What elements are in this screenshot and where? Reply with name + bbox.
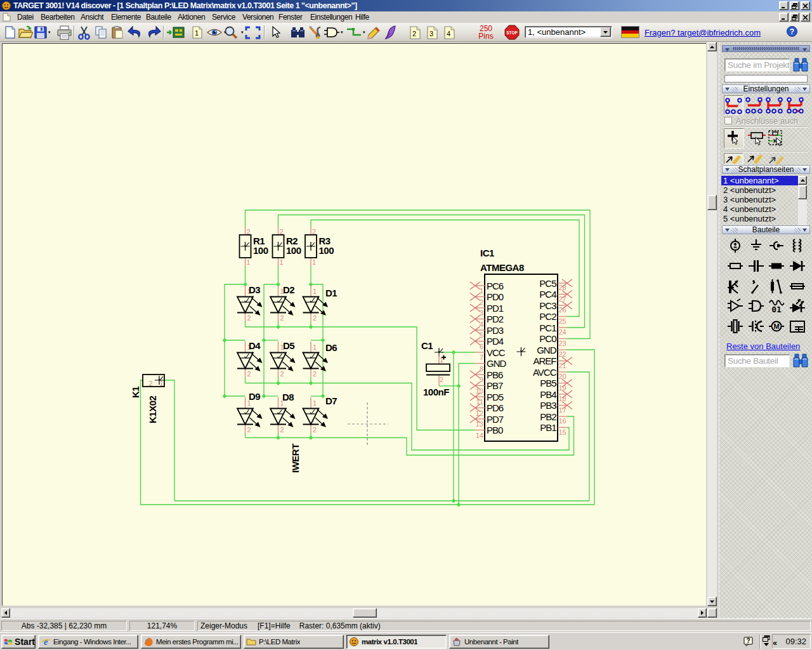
connector-plug-part-button[interactable]: [768, 237, 785, 254]
wire-mode-z-button[interactable]: [745, 95, 764, 115]
redo-button[interactable]: [145, 24, 162, 41]
led-d6[interactable]: 12D6: [303, 342, 337, 378]
resistor-part-button[interactable]: [727, 258, 743, 274]
menu-datei[interactable]: Datei: [17, 13, 34, 22]
pages-scroll-up[interactable]: [798, 176, 807, 185]
stop-button[interactable]: STOP: [504, 24, 520, 41]
pages-list-scrollbar[interactable]: [798, 176, 807, 226]
page-list-item[interactable]: 4 <unbenutzt>: [721, 204, 798, 214]
mdi-close-button[interactable]: [801, 13, 810, 22]
mdi-minimize-button[interactable]: [779, 13, 789, 22]
logic-gate-button[interactable]: ▾: [324, 24, 343, 41]
page-tab-2[interactable]: 2: [409, 24, 421, 41]
select-area-button[interactable]: K: [768, 129, 785, 147]
page-tab-3[interactable]: 3: [426, 24, 438, 41]
german-flag-icon[interactable]: [621, 26, 639, 38]
select-part-button[interactable]: [748, 129, 766, 147]
panel-collapse-arrow[interactable]: [724, 228, 730, 232]
task-eingang-windows-inter-[interactable]: eEingang - Windows Inter...: [38, 635, 138, 649]
undo-button[interactable]: [127, 24, 144, 41]
resistor-r1[interactable]: 21R1100: [240, 227, 268, 266]
support-mail-link[interactable]: Fragen? target@ibfriedrich.com: [645, 28, 761, 37]
wire[interactable]: [164, 380, 174, 501]
logic-gate-dropdown-arrow[interactable]: ▾: [341, 30, 343, 35]
resistor-r3[interactable]: 21R3100: [305, 227, 334, 266]
led-d3[interactable]: 12D3: [237, 284, 263, 322]
menu-ansicht[interactable]: Ansicht: [81, 13, 103, 22]
display-part-button[interactable]: [789, 318, 806, 335]
anschluesse-checkbox[interactable]: [724, 117, 732, 124]
led-d9[interactable]: 12D9: [237, 391, 263, 434]
diode-part-button[interactable]: [789, 258, 806, 274]
print-button[interactable]: [56, 24, 72, 41]
relay-coil-part-button[interactable]: [748, 318, 764, 335]
to-pcb-button[interactable]: [166, 24, 185, 41]
pencil-button[interactable]: [366, 24, 381, 41]
led-d5[interactable]: 12D5: [270, 340, 296, 378]
capacitor-part-button[interactable]: [748, 258, 764, 274]
led-d2[interactable]: 12D2: [270, 284, 296, 322]
horizontal-scrollbar[interactable]: [1, 608, 707, 618]
electrolytic-capacitor-part-button[interactable]: [768, 278, 785, 295]
wire-mode-corner-button[interactable]: [724, 95, 743, 115]
panel-collapse-arrow[interactable]: [802, 168, 808, 172]
panel-collapse-arrow[interactable]: [802, 87, 808, 91]
scroll-left-button[interactable]: [1, 608, 10, 618]
page-list-item[interactable]: 1 <unbenannt>: [721, 176, 798, 185]
page-list-item[interactable]: 2 <unbenutzt>: [721, 185, 798, 195]
led-d7[interactable]: 12D7: [303, 395, 337, 434]
vertical-scrollbar[interactable]: [707, 42, 717, 606]
menu-fenster[interactable]: Fenster: [278, 13, 303, 22]
new-document-button[interactable]: [3, 24, 17, 41]
task-p-led-matrix[interactable]: P:\LED Matrix: [244, 635, 344, 649]
smd-resistor-part-button[interactable]: [768, 258, 785, 274]
tools-button[interactable]: [307, 24, 323, 41]
cut-button[interactable]: [77, 24, 91, 41]
menu-einstellungen[interactable]: Einstellungen: [310, 13, 352, 22]
vscroll-thumb[interactable]: [707, 195, 717, 210]
task-mein-erstes-programm-mi-[interactable]: Mein erstes Programm mi...: [141, 635, 241, 649]
help-tray-icon[interactable]: ?: [743, 637, 754, 647]
amplifier-part-button[interactable]: [727, 298, 743, 314]
wire-mode-double-button[interactable]: [786, 95, 806, 115]
fit-screen-button[interactable]: [244, 24, 261, 41]
connector-k1[interactable]: 21K1K1X02: [130, 375, 164, 423]
menu-versionen[interactable]: Versionen: [242, 13, 273, 22]
menu-service[interactable]: Service: [212, 13, 235, 22]
combo-dropdown-arrow[interactable]: [600, 27, 611, 37]
page-list-item[interactable]: 3 <unbenutzt>: [721, 195, 798, 204]
led-part-button[interactable]: [789, 298, 806, 314]
scroll-down-button[interactable]: [707, 597, 717, 606]
draw-line3-button[interactable]: [768, 154, 785, 164]
voltage-source-part-button[interactable]: [727, 237, 743, 254]
task-unbenannt-paint[interactable]: Unbenannt - Paint: [449, 635, 549, 649]
minimize-button[interactable]: [779, 1, 789, 10]
menu-bearbeiten[interactable]: Bearbeiten: [41, 13, 75, 22]
wire-draw-dropdown-arrow[interactable]: ▾: [363, 30, 365, 35]
scroll-right-button[interactable]: [698, 608, 707, 618]
wire[interactable]: [141, 380, 143, 505]
led-d1[interactable]: 12D1: [303, 286, 337, 322]
panel-collapse-arrow[interactable]: [802, 48, 808, 52]
logic-gate-part-button[interactable]: [748, 298, 764, 314]
page-select-combo[interactable]: 1, <unbenannt>: [525, 26, 612, 38]
task-matrix-v1-0-t3001[interactable]: matrix v1.0.T3001: [346, 635, 447, 649]
part-search-input[interactable]: Suche Bauteil: [724, 354, 790, 368]
search-binoculars-button[interactable]: [290, 24, 306, 41]
thyristor-part-button[interactable]: [727, 278, 743, 295]
adc-dac-part-button[interactable]: 01: [768, 298, 785, 314]
tray-collapse-chevron[interactable]: «: [773, 639, 777, 647]
zoom-dropdown-arrow[interactable]: ▾: [241, 30, 244, 35]
mdi-restore-button[interactable]: [790, 13, 799, 22]
crystal-part-button[interactable]: [727, 318, 743, 335]
panel-collapse-arrow[interactable]: [724, 48, 730, 52]
vscroll-trough[interactable]: [707, 51, 717, 597]
panel-header-bauteile[interactable]: Bauteile: [722, 225, 810, 234]
pages-scroll-thumb[interactable]: [798, 185, 807, 199]
menu-aktionen[interactable]: Aktionen: [178, 13, 205, 22]
paste-button[interactable]: [110, 24, 124, 41]
ground-part-button[interactable]: [748, 237, 764, 254]
led-d4[interactable]: 12D4: [237, 340, 263, 378]
display-tray-icon[interactable]: [763, 635, 770, 642]
open-folder-button[interactable]: [18, 24, 33, 41]
